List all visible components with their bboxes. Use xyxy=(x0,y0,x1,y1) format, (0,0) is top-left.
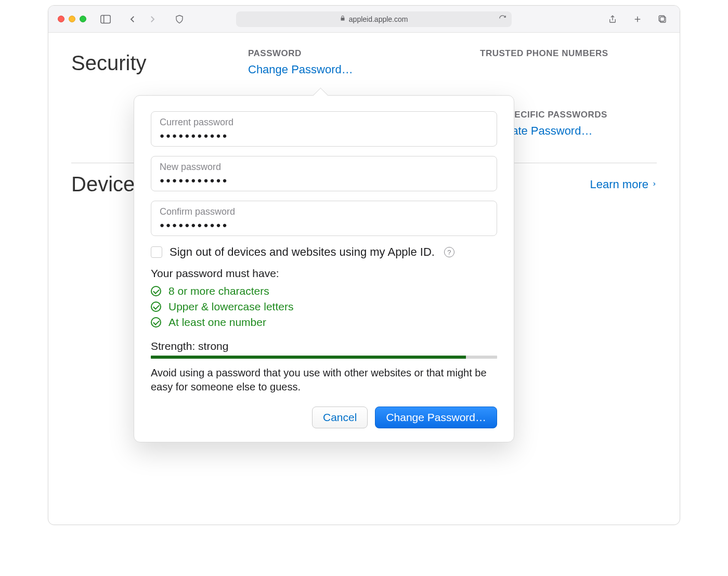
new-tab-icon[interactable] xyxy=(630,11,645,27)
change-password-link[interactable]: Change Password… xyxy=(248,63,480,76)
password-advice: Avoid using a password that you use with… xyxy=(151,366,497,394)
learn-more-link[interactable]: Learn more xyxy=(590,178,657,191)
current-password-field[interactable]: Current password ●●●●●●●●●●● xyxy=(151,111,497,147)
privacy-shield-icon[interactable] xyxy=(172,11,187,27)
new-password-value: ●●●●●●●●●●● xyxy=(160,176,488,185)
window-controls xyxy=(58,16,86,22)
forward-button[interactable] xyxy=(145,11,160,27)
tabs-overview-icon[interactable] xyxy=(655,11,670,27)
strength-bar xyxy=(151,356,497,359)
requirement-3: At least one number xyxy=(151,316,497,329)
signout-checkbox-label: Sign out of devices and websites using m… xyxy=(170,245,435,259)
new-password-field[interactable]: New password ●●●●●●●●●●● xyxy=(151,156,497,191)
check-icon xyxy=(151,317,161,328)
password-section-label: PASSWORD xyxy=(248,48,480,59)
signout-checkbox[interactable] xyxy=(151,246,162,258)
browser-toolbar: appleid.apple.com xyxy=(48,6,680,33)
confirm-password-value: ●●●●●●●●●●● xyxy=(160,220,488,229)
lock-icon xyxy=(340,15,346,23)
requirement-3-label: At least one number xyxy=(168,316,266,329)
check-icon xyxy=(151,286,161,296)
chevron-right-icon xyxy=(652,178,657,191)
page-content: Security PASSWORD Change Password… TRUST… xyxy=(48,33,680,212)
minimize-window-button[interactable] xyxy=(69,16,75,22)
confirm-password-label: Confirm password xyxy=(160,206,488,217)
share-icon[interactable] xyxy=(605,11,620,27)
maximize-window-button[interactable] xyxy=(80,16,86,22)
requirement-1-label: 8 or more characters xyxy=(168,285,269,297)
learn-more-label: Learn more xyxy=(590,178,648,191)
change-password-button[interactable]: Change Password… xyxy=(375,407,497,428)
svg-rect-0 xyxy=(101,15,110,23)
safari-window: appleid.apple.com Security PASSWORD Chan… xyxy=(48,5,680,525)
strength-fill xyxy=(151,356,466,359)
security-heading: Security xyxy=(71,48,248,75)
new-password-label: New password xyxy=(160,162,488,173)
requirements-title: Your password must have: xyxy=(151,267,497,280)
requirement-2: Upper & lowercase letters xyxy=(151,300,497,313)
current-password-value: ●●●●●●●●●●● xyxy=(160,131,488,140)
trusted-numbers-label: TRUSTED PHONE NUMBERS xyxy=(480,48,657,59)
check-icon xyxy=(151,302,161,312)
help-icon[interactable]: ? xyxy=(444,247,454,257)
sidebar-toggle-icon[interactable] xyxy=(98,11,113,27)
change-password-popover: Current password ●●●●●●●●●●● New passwor… xyxy=(134,95,514,442)
current-password-label: Current password xyxy=(160,117,488,128)
strength-label: Strength: strong xyxy=(151,340,497,352)
address-bar[interactable]: appleid.apple.com xyxy=(236,11,512,27)
confirm-password-field[interactable]: Confirm password ●●●●●●●●●●● xyxy=(151,201,497,236)
back-button[interactable] xyxy=(125,11,140,27)
reload-icon[interactable] xyxy=(499,15,506,24)
requirement-2-label: Upper & lowercase letters xyxy=(168,300,293,313)
requirement-1: 8 or more characters xyxy=(151,285,497,297)
close-window-button[interactable] xyxy=(58,16,64,22)
address-bar-text: appleid.apple.com xyxy=(349,15,408,23)
cancel-button[interactable]: Cancel xyxy=(312,407,368,428)
